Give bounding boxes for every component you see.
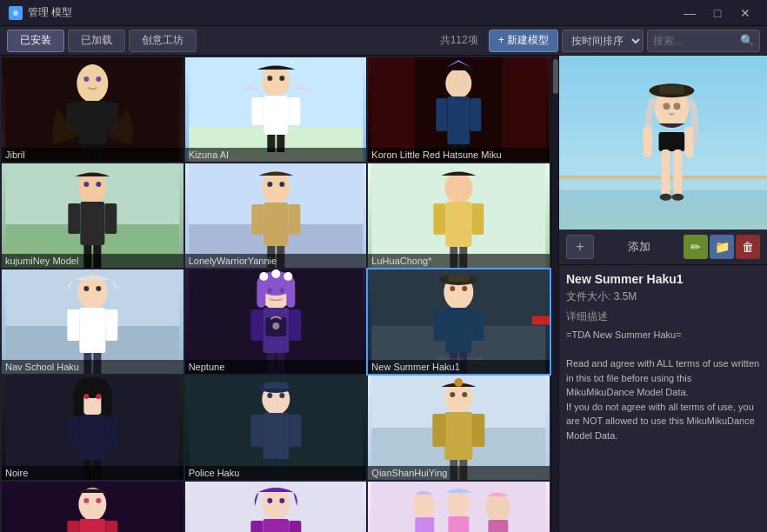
svg-rect-114 — [250, 415, 263, 447]
model-card-haku[interactable]: @nixze.com New Summer Haku1 — [368, 269, 550, 374]
svg-rect-44 — [251, 204, 263, 235]
model-card-jibril[interactable]: Jibril — [2, 57, 183, 162]
svg-rect-4 — [78, 101, 106, 144]
model-card-racing[interactable]: RacingBikiniHaku — [368, 482, 550, 532]
model-desc-content: =TDA New Summer Haku= Read and agree wit… — [566, 328, 760, 442]
svg-point-95 — [463, 286, 468, 291]
svg-point-1 — [13, 10, 18, 16]
svg-point-172 — [673, 103, 680, 110]
svg-point-174 — [671, 194, 684, 201]
svg-point-19 — [267, 76, 272, 81]
minimize-button[interactable]: — — [677, 4, 703, 22]
svg-point-94 — [450, 286, 456, 291]
model-card-kizuna[interactable]: Kizuna AI — [185, 57, 367, 162]
right-panel: + 添加 ✏ 📁 🗑 New Summer Haku1 — [558, 56, 767, 532]
delete-icon: 🗑 — [742, 240, 754, 254]
model-card-koron[interactable]: Koron Little Red Hatsune Miku — [368, 57, 550, 162]
model-grid: Jibril — [0, 56, 551, 532]
model-label-police: Police Haku — [185, 466, 367, 480]
model-card-lonely[interactable]: LonelyWarriorYannie — [185, 163, 367, 268]
svg-rect-35 — [104, 203, 117, 234]
edit-button[interactable]: ✏ — [684, 235, 708, 259]
svg-rect-125 — [472, 414, 485, 447]
model-name: New Summer Haku1 — [566, 272, 760, 286]
close-button[interactable]: ✕ — [732, 4, 758, 22]
main-window: 管理 模型 — □ ✕ 已安装 已加载 创意工坊 共112项 + 新建模型 按时… — [0, 0, 767, 532]
svg-point-157 — [486, 494, 510, 522]
model-card-qipao-long[interactable]: QipaoHakuLongHairPurple2 — [185, 482, 367, 532]
search-input[interactable] — [653, 35, 740, 47]
svg-point-130 — [463, 392, 468, 397]
model-label-noire: Noire — [2, 466, 183, 480]
svg-point-72 — [259, 272, 268, 281]
model-card-nav[interactable]: Nav School Haku — [2, 269, 183, 374]
maximize-button[interactable]: □ — [704, 4, 730, 22]
svg-rect-54 — [472, 203, 484, 235]
add-button[interactable]: + — [566, 235, 594, 259]
svg-point-42 — [262, 171, 290, 204]
svg-point-24 — [446, 69, 472, 98]
svg-point-39 — [96, 182, 101, 187]
svg-rect-77 — [289, 309, 301, 341]
action-buttons: ✏ 📁 🗑 — [684, 235, 760, 259]
svg-rect-167 — [662, 150, 670, 197]
svg-point-73 — [271, 269, 280, 278]
svg-rect-52 — [446, 202, 472, 247]
delete-button[interactable]: 🗑 — [736, 235, 760, 259]
model-card-kujumi[interactable]: kujumiNey Model — [2, 163, 183, 268]
svg-point-80 — [267, 288, 272, 293]
svg-point-48 — [267, 182, 272, 187]
svg-point-119 — [279, 393, 284, 398]
svg-point-108 — [96, 394, 101, 399]
model-card-police[interactable]: Police Haku — [185, 376, 367, 480]
window-controls: — □ ✕ — [677, 4, 758, 22]
svg-rect-71 — [286, 283, 295, 308]
svg-point-38 — [83, 182, 89, 187]
svg-rect-34 — [68, 203, 80, 234]
svg-rect-146 — [289, 521, 301, 532]
window-title: 管理 模型 — [28, 5, 677, 20]
search-box: 🔍 — [647, 30, 760, 52]
model-preview — [559, 56, 767, 229]
svg-rect-135 — [67, 521, 79, 532]
svg-rect-103 — [67, 416, 79, 448]
model-card-qipao[interactable]: QipaoHaku — [2, 482, 183, 532]
svg-point-51 — [445, 172, 473, 203]
action-bar: + 添加 ✏ 📁 🗑 — [559, 229, 767, 265]
svg-point-74 — [283, 272, 292, 281]
model-label-haku: New Summer Haku1 — [368, 360, 550, 374]
svg-point-3 — [77, 64, 108, 103]
model-card-luhua[interactable]: LuHuaChong* — [368, 163, 550, 268]
svg-rect-89 — [446, 308, 472, 353]
model-card-neptune[interactable]: Neptune — [185, 269, 367, 374]
svg-rect-145 — [250, 521, 263, 532]
titlebar: 管理 模型 — □ ✕ — [0, 0, 767, 26]
svg-rect-169 — [644, 127, 652, 157]
scroll-thumb[interactable] — [553, 59, 558, 94]
svg-rect-15 — [251, 97, 263, 125]
svg-rect-134 — [79, 519, 105, 532]
svg-rect-156 — [449, 516, 470, 532]
folder-button[interactable]: 📁 — [710, 235, 734, 259]
svg-rect-153 — [416, 517, 435, 532]
svg-point-107 — [83, 394, 89, 399]
svg-rect-16 — [288, 97, 300, 125]
svg-point-128 — [455, 378, 464, 387]
tab-workshop[interactable]: 创意工坊 — [129, 30, 197, 52]
model-card-qianshan[interactable]: QianShanHuiYing — [368, 376, 550, 480]
svg-rect-43 — [263, 203, 288, 246]
model-label-luhua: LuHuaChong* — [368, 254, 550, 268]
model-card-noire[interactable]: Noire — [2, 376, 183, 480]
svg-rect-62 — [105, 309, 117, 341]
svg-rect-166 — [659, 132, 685, 151]
tab-installed[interactable]: 已安装 — [7, 30, 64, 52]
svg-rect-70 — [257, 283, 265, 308]
model-label-jibril: Jibril — [2, 148, 183, 162]
new-model-button[interactable]: + 新建模型 — [489, 30, 558, 52]
svg-rect-88 — [449, 275, 470, 282]
sort-dropdown[interactable]: 按时间排序 — [562, 30, 644, 52]
tab-loaded[interactable]: 已加载 — [68, 30, 125, 52]
model-label-kizuna: Kizuna AI — [185, 148, 367, 162]
model-list-scrollbar[interactable] — [551, 56, 558, 532]
svg-rect-158 — [489, 520, 509, 532]
